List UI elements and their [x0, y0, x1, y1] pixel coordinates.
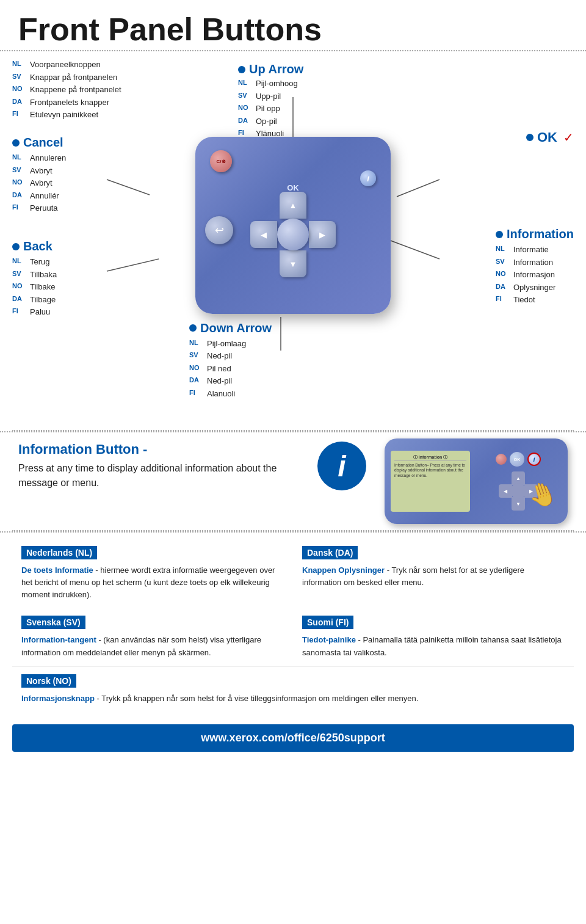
cancel-dot — [12, 139, 20, 147]
da-text: Knappen Oplysninger - Tryk når som helst… — [302, 564, 565, 589]
up-arrow-group: Up Arrow NLPijl-omhoog SVUpp-pil NOPil o… — [238, 57, 303, 140]
header-langs: NLVoorpaneelknoppen SVKnappar på frontpa… — [12, 59, 121, 121]
fi-text: Tiedot-painike - Painamalla tätä painike… — [302, 634, 565, 658]
info-btn-small-highlighted: i — [527, 453, 541, 466]
down-arrow-group: Down Arrow NLPijl-omlaag SVNed-pil NOPil… — [189, 316, 272, 400]
information-group: Information NLInformatie SVInformation N… — [496, 222, 574, 306]
screen-body: Information Button– Press at any time to… — [394, 463, 466, 478]
bottom-lang-sections: Nederlands (NL) De toets Informatie - hi… — [0, 531, 586, 718]
cancel-group: Cancel NLAnnuleren SVAvbryt NOAvbryt DAA… — [12, 131, 66, 214]
fi-section: Suomi (FI) Tiedot-painike - Painamalla t… — [293, 608, 574, 666]
info-button[interactable]: i — [360, 170, 376, 186]
info-button-description: Press at any time to display additional … — [18, 461, 299, 490]
svg-line-1 — [107, 180, 150, 195]
cancel-btn-small — [496, 454, 507, 465]
da-section: Dansk (DA) Knappen Oplysninger - Tryk nå… — [293, 539, 574, 608]
no-text: Informasjonsknapp - Trykk på knappen når… — [21, 693, 565, 705]
no-heading: Norsk (NO) — [21, 674, 76, 688]
cancel-langs: NLAnnuleren SVAvbryt NOAvbryt DAAnnullér… — [12, 152, 66, 214]
device-buttons-small: OK i ▲ ▼ ◀ ▶ 🤚 — [475, 452, 562, 511]
footer-url-text: www.xerox.com/office/6250support — [201, 732, 385, 744]
back-label: Back — [23, 239, 52, 253]
sv-heading: Svenska (SV) — [21, 616, 85, 629]
ok-dot — [526, 134, 534, 141]
dpad-left[interactable]: ◀ — [250, 221, 277, 248]
device-small: ⓘ Information ⓘ Information Button– Pres… — [385, 438, 568, 524]
sv-section: Svenska (SV) Information-tangent - (kan … — [12, 608, 293, 666]
screen-title: ⓘ Information ⓘ — [394, 454, 466, 461]
back-group: Back NLTerug SVTillbaka NOTilbake DATilb… — [12, 235, 57, 318]
info-icon-large: i — [317, 442, 366, 490]
dpad-center[interactable] — [277, 219, 309, 250]
info-button-text: Information Button - Press at any time t… — [18, 438, 299, 490]
page-title: Front Panel Buttons — [0, 0, 586, 51]
nl-text: De toets Informatie - hiermee wordt extr… — [21, 564, 284, 601]
da-heading: Dansk (DA) — [302, 546, 358, 559]
footer-url[interactable]: www.xerox.com/office/6250support — [12, 724, 574, 752]
fi-heading: Suomi (FI) — [302, 616, 353, 629]
sv-text: Information-tangent - (kan användas när … — [21, 634, 284, 658]
ok-btn-small: OK — [510, 452, 524, 467]
cancel-label: Cancel — [23, 136, 63, 150]
down-arrow-label: Down Arrow — [200, 321, 272, 335]
nl-heading: Nederlands (NL) — [21, 546, 97, 559]
information-dot — [496, 231, 503, 238]
device-screen: ⓘ Information ⓘ Information Button– Pres… — [391, 451, 470, 512]
info-button-section: Information Button - Press at any time t… — [0, 431, 586, 530]
back-langs: NLTerug SVTillbaka NOTilbake DATilbage F… — [12, 256, 57, 318]
cancel-button[interactable]: C/⊗ — [210, 150, 232, 172]
back-dot — [12, 243, 20, 250]
up-arrow-langs: NLPijl-omhoog SVUpp-pil NOPil opp DAOp-p… — [238, 78, 303, 140]
ok-label: OK — [537, 129, 557, 145]
ok-text-on-panel: OK — [287, 183, 299, 192]
info-button-heading: Information Button - — [18, 442, 299, 457]
svg-line-2 — [397, 180, 440, 197]
ok-group: OK ✓ — [526, 125, 574, 148]
dpad-right[interactable]: ▶ — [309, 221, 336, 248]
dpad: ▲ ▼ ◀ ▶ — [250, 192, 336, 277]
nl-section: Nederlands (NL) De toets Informatie - hi… — [12, 539, 293, 608]
diagram-section: Up Arrow NLPijl-omhoog SVUpp-pil NOPil o… — [0, 51, 586, 430]
device-panel: C/⊗ OK i ▲ ▼ ◀ ▶ — [195, 137, 391, 314]
dpad-down[interactable]: ▼ — [280, 250, 306, 277]
down-arrow-dot — [189, 324, 197, 332]
dpad-up[interactable]: ▲ — [280, 192, 306, 219]
back-button[interactable]: ↩ — [205, 216, 233, 244]
no-section: Norsk (NO) Informasjonsknapp - Trykk på … — [12, 666, 574, 712]
down-arrow-langs: NLPijl-omlaag SVNed-pil NOPil ned DANed-… — [189, 338, 272, 400]
information-label: Information — [507, 227, 574, 241]
svg-line-3 — [107, 259, 159, 271]
svg-line-4 — [391, 241, 440, 259]
up-arrow-label: Up Arrow — [249, 62, 303, 76]
up-arrow-dot — [238, 66, 245, 73]
information-langs: NLInformatie SVInformation NOInformasjon… — [496, 244, 574, 306]
